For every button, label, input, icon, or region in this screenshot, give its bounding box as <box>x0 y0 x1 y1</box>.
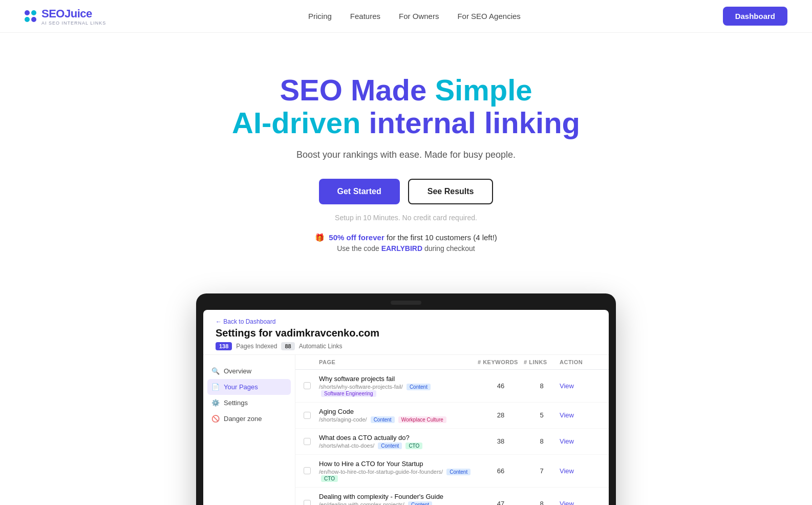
col-page: PAGE <box>319 359 478 365</box>
promo-area: 🎁 50% off forever for the first 10 custo… <box>10 233 802 252</box>
tag-cto-3: CTO <box>405 443 422 449</box>
row-checkbox-2[interactable] <box>304 412 311 419</box>
page-url-4: /en/how-to-hire-cto-for-startup-guide-fo… <box>319 469 478 482</box>
page-title-2: Aging Code <box>319 408 478 415</box>
promo-code-pre: Use the code <box>337 244 379 252</box>
logo[interactable]: SEOJuice AI SEO INTERNAL LINKS <box>25 7 106 26</box>
sidebar-item-settings[interactable]: ⚙️ Settings <box>203 395 295 411</box>
dashboard-sidebar: 🔍 Overview 📄 Your Pages ⚙️ Settings 🚫 Da… <box>203 355 295 505</box>
logo-dot-4 <box>31 17 36 22</box>
camera-bar <box>203 301 609 305</box>
table-row: Why software projects fail /shorts/why-s… <box>295 370 609 403</box>
logo-tagline: AI SEO INTERNAL LINKS <box>41 20 106 26</box>
table-row: How to Hire a CTO for Your Startup /en/h… <box>295 455 609 488</box>
nav-agencies[interactable]: For SEO Agencies <box>457 12 520 20</box>
hero-buttons: Get Started See Results <box>10 179 802 204</box>
pages-table: PAGE # KEYWORDS # LINKS ACTION Why softw… <box>295 355 609 505</box>
dashboard-header: Back to Dashboard Settings for vadimkrav… <box>203 310 609 355</box>
dashboard-badges: 138 Pages Indexed 88 Automatic Links <box>216 342 596 350</box>
table-row: Aging Code /shorts/aging-code/ Content W… <box>295 403 609 429</box>
logo-dot-2 <box>31 10 36 15</box>
links-label: Automatic Links <box>299 343 343 350</box>
links-4: 7 <box>524 467 560 475</box>
logo-icon <box>25 10 36 22</box>
sidebar-label-overview: Overview <box>224 367 251 375</box>
col-action: ACTION <box>560 359 601 365</box>
navbar: SEOJuice AI SEO INTERNAL LINKS Pricing F… <box>0 0 812 33</box>
back-to-dashboard[interactable]: Back to Dashboard <box>216 318 596 325</box>
sidebar-item-overview[interactable]: 🔍 Overview <box>203 363 295 379</box>
keywords-2: 28 <box>478 411 524 419</box>
pages-label: Pages Indexed <box>236 343 277 350</box>
tag-se-1: Software Engineering <box>321 390 376 397</box>
page-url-5: /en/dealing-with-complex-projects/ Conte… <box>319 501 478 505</box>
page-url-3: /shorts/what-cto-does/ Content CTO <box>319 443 478 449</box>
row-checkbox-5[interactable] <box>304 500 311 505</box>
danger-icon: 🚫 <box>211 415 220 423</box>
dashboard-button[interactable]: Dashboard <box>723 7 787 26</box>
page-title-1: Why software projects fail <box>319 375 478 383</box>
nav-features[interactable]: Features <box>350 12 380 20</box>
promo-bold: 50% off forever <box>329 233 384 242</box>
laptop-screen: Back to Dashboard Settings for vadimkrav… <box>203 310 609 505</box>
col-check <box>304 359 319 365</box>
keywords-1: 46 <box>478 382 524 390</box>
page-url-2: /shorts/aging-code/ Content Workplace Cu… <box>319 416 478 423</box>
logo-dot-3 <box>25 17 30 22</box>
row-checkbox-1[interactable] <box>304 382 311 389</box>
promo-code-line: Use the code EARLYBIRD during checkout <box>10 244 802 252</box>
promo-code: EARLYBIRD <box>381 244 422 252</box>
promo-banner: 🎁 50% off forever for the first 10 custo… <box>10 233 802 242</box>
view-action-1[interactable]: View <box>560 382 601 390</box>
sidebar-item-your-pages[interactable]: 📄 Your Pages <box>207 379 291 395</box>
links-3: 8 <box>524 437 560 445</box>
row-checkbox-3[interactable] <box>304 438 311 445</box>
dashboard-body: 🔍 Overview 📄 Your Pages ⚙️ Settings 🚫 Da… <box>203 355 609 505</box>
view-action-4[interactable]: View <box>560 467 601 475</box>
nav-links: Pricing Features For Owners For SEO Agen… <box>308 12 521 20</box>
view-action-3[interactable]: View <box>560 437 601 445</box>
setup-note: Setup in 10 Minutes. No credit card requ… <box>10 214 802 222</box>
keywords-3: 38 <box>478 437 524 445</box>
get-started-button[interactable]: Get Started <box>319 179 400 204</box>
hero-ai: AI-driven <box>232 106 369 139</box>
sidebar-label-your-pages: Your Pages <box>224 383 258 391</box>
table-row: What does a CTO actually do? /shorts/wha… <box>295 429 609 455</box>
row-page-3: What does a CTO actually do? /shorts/wha… <box>319 434 478 449</box>
logo-text-wrap: SEOJuice AI SEO INTERNAL LINKS <box>41 7 106 26</box>
links-1: 8 <box>524 382 560 390</box>
overview-icon: 🔍 <box>211 367 220 375</box>
row-page-1: Why software projects fail /shorts/why-s… <box>319 375 478 397</box>
tag-content-3: Content <box>378 443 402 449</box>
view-action-2[interactable]: View <box>560 411 601 419</box>
page-url-1: /shorts/why-software-projects-fail/ Cont… <box>319 384 478 397</box>
laptop: Back to Dashboard Settings for vadimkrav… <box>196 293 616 505</box>
mockup-wrap: Back to Dashboard Settings for vadimkrav… <box>0 283 812 505</box>
dashboard-title: Settings for vadimkravcenko.com <box>216 327 596 339</box>
logo-name: SEOJuice <box>41 7 106 20</box>
view-action-5[interactable]: View <box>560 500 601 505</box>
sidebar-label-danger: Danger zone <box>224 415 262 423</box>
hero-section: SEO Made Simple AI-driven internal linki… <box>0 33 812 283</box>
page-title-4: How to Hire a CTO for Your Startup <box>319 460 478 468</box>
nav-pricing[interactable]: Pricing <box>308 12 332 20</box>
row-page-2: Aging Code /shorts/aging-code/ Content W… <box>319 408 478 423</box>
page-title-3: What does a CTO actually do? <box>319 434 478 441</box>
hero-title-line2: AI-driven internal linking <box>10 107 802 139</box>
links-5: 8 <box>524 500 560 505</box>
col-links: # LINKS <box>524 359 560 365</box>
pages-icon: 📄 <box>211 383 220 391</box>
logo-dot-1 <box>25 10 30 15</box>
sidebar-label-settings: Settings <box>224 399 248 407</box>
row-checkbox-4[interactable] <box>304 467 311 474</box>
table-header: PAGE # KEYWORDS # LINKS ACTION <box>295 355 609 370</box>
col-keywords: # KEYWORDS <box>478 359 524 365</box>
sidebar-item-danger[interactable]: 🚫 Danger zone <box>203 411 295 427</box>
see-results-button[interactable]: See Results <box>408 179 494 204</box>
settings-icon: ⚙️ <box>211 399 220 407</box>
gift-icon: 🎁 <box>315 233 325 242</box>
table-row: Dealing with complexity - Founder's Guid… <box>295 488 609 505</box>
tag-content-5: Content <box>408 501 432 505</box>
nav-owners[interactable]: For Owners <box>399 12 439 20</box>
tag-content-4: Content <box>446 469 471 475</box>
